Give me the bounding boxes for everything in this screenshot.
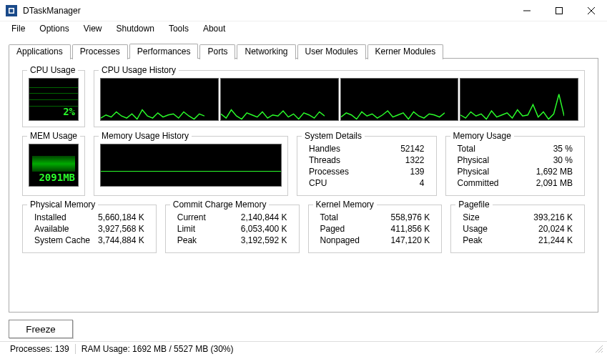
menu-options[interactable]: Options [32,22,76,35]
menu-view[interactable]: View [77,22,109,35]
pm-syscache-k: System Cache [29,235,94,247]
legend-kernel-memory: Kernel Memory [313,200,377,210]
sd-threads-v: 1322 [375,155,430,167]
mu-committed-v: 2,091 MB [518,178,578,190]
maximize-button[interactable] [543,0,575,21]
sd-threads-k: Threads [303,155,375,167]
km-paged-v: 411,856 K [375,224,436,235]
legend-memory-usage: Memory Usage [450,131,514,141]
legend-pagefile: Pagefile [455,200,492,210]
cc-current-v: 2,140,844 K [223,212,292,224]
resize-grip-icon[interactable] [594,344,603,354]
bottom-bar: Freeze [0,317,607,341]
pf-size-k: Size [457,212,510,224]
mu-physpct-k: Physical [452,155,518,167]
tab-kerner-modules[interactable]: Kerner Modules [367,44,444,59]
mem-history-chart [100,144,282,187]
sd-handles-v: 52142 [375,144,430,155]
km-total-k: Total [315,212,375,224]
mu-physmb-v: 1,692 MB [518,167,578,178]
status-processes: Processes: 139 [4,344,75,354]
close-button[interactable] [575,0,607,21]
menu-tools[interactable]: Tools [162,22,196,35]
group-mem-history: Memory Usage History [94,136,288,196]
pf-peak-v: 21,244 K [510,235,578,247]
menu-bar: File Options View Shutdown Tools About [0,21,607,36]
sd-processes-k: Processes [303,167,375,178]
mu-committed-k: Committed [452,178,518,190]
svg-line-8 [601,351,603,353]
km-total-v: 558,976 K [375,212,436,224]
minimize-button[interactable] [510,0,543,21]
tab-ports[interactable]: Ports [199,44,235,59]
sd-handles-k: Handles [303,144,375,155]
legend-physical-memory: Physical Memory [27,200,98,210]
cpu-usage-gauge: 2% [29,78,79,121]
tab-row: Applications Processes Performances Port… [9,43,607,58]
sd-processes-v: 139 [375,167,430,178]
tab-networking[interactable]: Networking [237,44,295,59]
tab-user-modules[interactable]: User Modules [297,44,366,59]
legend-mem-usage: MEM Usage [27,131,80,141]
freeze-button[interactable]: Freeze [9,320,73,338]
tab-panel: CPU Usage 2% CPU Usage History MEM Usage… [9,58,598,313]
menu-about[interactable]: About [196,22,232,35]
menu-file[interactable]: File [4,22,32,35]
cpu-history-3 [460,78,578,121]
sd-cpu-v: 4 [375,178,430,190]
tab-performances[interactable]: Performances [129,44,199,59]
app-icon [6,5,17,16]
mu-physpct-v: 30 % [518,155,578,167]
km-nonpaged-v: 147,120 K [375,235,436,247]
group-kernel-memory: Kernel Memory Total558,976 K Paged411,85… [308,205,443,253]
legend-system-details: System Details [302,131,365,141]
cpu-history-0 [100,78,219,121]
mem-usage-value: 2091MB [39,172,75,183]
cpu-history-1 [220,78,339,121]
cc-peak-k: Peak [172,235,224,247]
title-bar: DTaskManager [0,0,607,21]
pm-available-v: 3,927,568 K [94,224,150,235]
status-bar: Processes: 139 RAM Usage: 1692 MB / 5527… [0,341,607,355]
group-commit-charge: Commit Charge Memory Current2,140,844 K … [165,205,300,253]
legend-mem-history: Memory Usage History [99,131,192,141]
tab-processes[interactable]: Processes [72,44,128,59]
pf-size-v: 393,216 K [510,212,578,224]
tab-applications[interactable]: Applications [9,44,71,59]
pm-installed-v: 5,660,184 K [94,212,150,224]
cc-limit-v: 6,053,400 K [223,224,292,235]
menu-shutdown[interactable]: Shutdown [109,22,162,35]
mu-total-v: 35 % [518,144,578,155]
cpu-usage-value: 2% [63,106,75,117]
km-nonpaged-k: Nonpaged [315,235,375,247]
window-title: DTaskManager [23,6,510,16]
group-mem-usage: MEM Usage 2091MB [22,136,85,196]
cc-peak-v: 3,192,592 K [223,235,292,247]
mu-total-k: Total [452,144,518,155]
pf-usage-k: Usage [457,224,510,235]
pf-usage-v: 20,024 K [510,224,578,235]
svg-rect-1 [10,9,14,12]
pm-installed-k: Installed [29,212,94,224]
cc-current-k: Current [172,212,224,224]
legend-cpu-usage: CPU Usage [27,65,78,75]
group-physical-memory: Physical Memory Installed5,660,184 K Ava… [22,205,157,253]
svg-rect-3 [556,7,562,14]
legend-commit-charge: Commit Charge Memory [170,200,270,210]
mu-physmb-k: Physical [452,167,518,178]
status-ram: RAM Usage: 1692 MB / 5527 MB (30%) [76,344,240,354]
pm-available-k: Available [29,224,94,235]
km-paged-k: Paged [315,224,375,235]
mem-usage-gauge: 2091MB [29,144,79,187]
pm-syscache-v: 3,744,884 K [94,235,150,247]
legend-cpu-history: CPU Usage History [99,65,179,75]
group-pagefile: Pagefile Size393,216 K Usage20,024 K Pea… [450,205,585,253]
group-memory-usage: Memory Usage Total35 % Physical30 % Phys… [445,136,586,196]
cc-limit-k: Limit [172,224,224,235]
sd-cpu-k: CPU [303,178,375,190]
group-cpu-history: CPU Usage History [94,70,585,127]
group-cpu-usage: CPU Usage 2% [22,70,85,127]
cpu-history-2 [340,78,459,121]
pf-peak-k: Peak [457,235,510,247]
group-system-details: System Details Handles52142 Threads1322 … [297,136,437,196]
